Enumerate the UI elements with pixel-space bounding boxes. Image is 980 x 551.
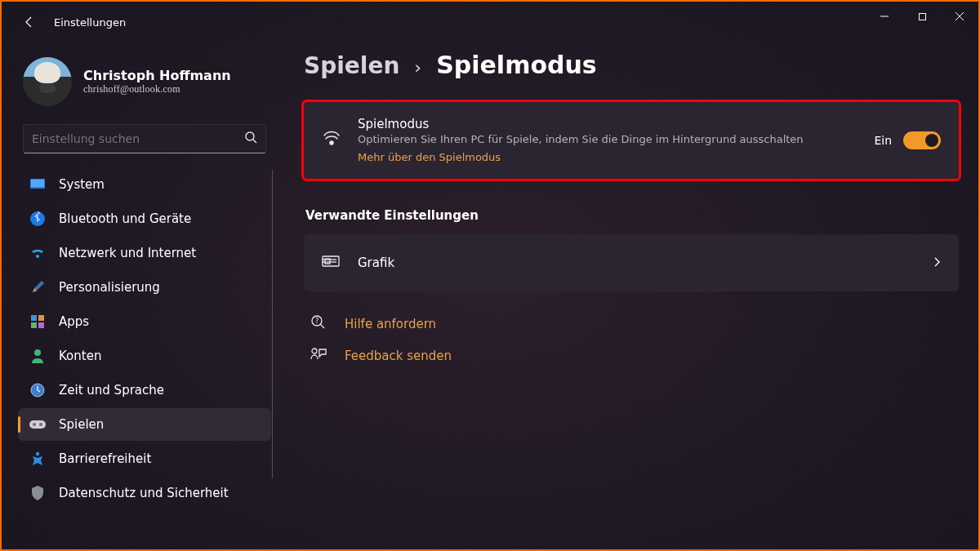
feedback-label: Feedback senden [345, 349, 452, 363]
search-box[interactable] [23, 124, 266, 153]
gamemode-toggle[interactable] [903, 131, 941, 149]
nav-item-time-language[interactable]: Zeit und Sprache [18, 374, 271, 407]
breadcrumb: Spielen › Spielmodus [304, 51, 959, 79]
monitor-icon [29, 176, 46, 193]
close-button[interactable] [941, 2, 978, 31]
nav-item-accounts[interactable]: Konten [18, 340, 271, 372]
svg-point-20 [330, 141, 333, 144]
nav-label: Bluetooth und Geräte [59, 211, 191, 226]
graphics-row[interactable]: Grafik [304, 234, 959, 291]
graphics-icon [322, 254, 341, 272]
breadcrumb-separator: › [414, 57, 421, 78]
gamemode-card: Spielmodus Optimieren Sie Ihren PC für S… [304, 102, 959, 179]
nav-label: Barrierefreiheit [59, 451, 151, 466]
nav-label: Datenschutz und Sicherheit [59, 486, 229, 500]
nav-label: Konten [59, 349, 101, 363]
main-content: Spielen › Spielmodus Spielmodus Optimier… [304, 51, 959, 549]
svg-rect-7 [31, 180, 44, 187]
nav-scrollbar[interactable] [272, 170, 273, 478]
nav-item-system[interactable]: System [18, 168, 271, 201]
gamemode-state-label: Ein [874, 134, 892, 147]
help-link[interactable]: ? Hilfe anfordern [304, 314, 959, 334]
maximize-button[interactable] [903, 2, 941, 31]
related-heading: Verwandte Einstellungen [305, 208, 959, 223]
shield-icon [29, 485, 46, 501]
nav-item-accessibility[interactable]: Barrierefreiheit [18, 442, 271, 475]
help-icon: ? [310, 314, 327, 334]
avatar [23, 57, 72, 106]
svg-text:?: ? [315, 318, 318, 325]
app-title: Einstellungen [54, 16, 126, 29]
svg-line-5 [253, 140, 256, 143]
gamemode-title: Spielmodus [358, 117, 858, 131]
window-controls [866, 2, 978, 31]
nav-label: Personalisierung [59, 280, 160, 295]
search-icon [244, 131, 257, 147]
search-input[interactable] [32, 132, 244, 145]
clock-globe-icon [29, 382, 46, 398]
svg-point-19 [36, 452, 39, 455]
svg-point-27 [312, 349, 317, 353]
svg-point-18 [39, 423, 42, 426]
nav-item-network[interactable]: Netzwerk und Internet [18, 237, 271, 269]
nav-label: Zeit und Sprache [59, 383, 164, 398]
apps-icon [29, 313, 46, 330]
nav-label: System [59, 177, 105, 192]
gamepad-icon [29, 416, 46, 433]
bluetooth-icon [29, 211, 46, 227]
nav-item-apps[interactable]: Apps [18, 305, 271, 338]
nav-item-personalization[interactable]: Personalisierung [18, 271, 271, 304]
svg-rect-11 [31, 322, 37, 328]
svg-rect-16 [29, 420, 46, 429]
brush-icon [29, 279, 46, 295]
minimize-button[interactable] [866, 2, 903, 31]
gamemode-subtitle: Optimieren Sie Ihren PC für Spiele, inde… [358, 133, 858, 145]
gamemode-learnmore-link[interactable]: Mehr über den Spielmodus [358, 151, 501, 163]
svg-rect-10 [38, 315, 44, 321]
profile-name: Christoph Hoffmann [83, 68, 231, 83]
nav-item-bluetooth[interactable]: Bluetooth und Geräte [18, 202, 271, 235]
nav-label: Apps [59, 314, 89, 329]
profile-email: chrishoff@outlook.com [83, 83, 231, 96]
help-label: Hilfe anfordern [345, 317, 436, 331]
nav-item-privacy[interactable]: Datenschutz und Sicherheit [18, 477, 271, 509]
svg-rect-9 [31, 315, 37, 321]
wifi-icon [29, 245, 46, 261]
svg-point-4 [246, 132, 254, 140]
chevron-right-icon [933, 256, 941, 271]
accessibility-icon [29, 451, 46, 467]
feedback-link[interactable]: Feedback senden [304, 347, 959, 365]
profile-block[interactable]: Christoph Hoffmann chrishoff@outlook.com [18, 57, 271, 106]
feedback-icon [310, 347, 327, 365]
svg-rect-1 [919, 13, 925, 20]
gamemode-icon [322, 131, 341, 150]
sidebar: Christoph Hoffmann chrishoff@outlook.com… [2, 42, 279, 549]
svg-point-17 [33, 423, 36, 426]
titlebar: Einstellungen [2, 2, 978, 42]
nav-item-gaming[interactable]: Spielen [18, 408, 271, 441]
page-title: Spielmodus [436, 51, 597, 79]
footer-links: ? Hilfe anfordern Feedback senden [304, 314, 959, 365]
breadcrumb-parent[interactable]: Spielen [304, 52, 399, 79]
svg-rect-12 [38, 322, 44, 328]
person-icon [29, 348, 46, 364]
nav-label: Spielen [59, 417, 104, 432]
graphics-label: Grafik [358, 256, 394, 270]
back-button[interactable] [13, 6, 46, 38]
svg-point-13 [34, 349, 41, 356]
nav-list: System Bluetooth und Geräte Netzwerk und… [18, 168, 271, 509]
nav-label: Netzwerk und Internet [59, 246, 196, 260]
